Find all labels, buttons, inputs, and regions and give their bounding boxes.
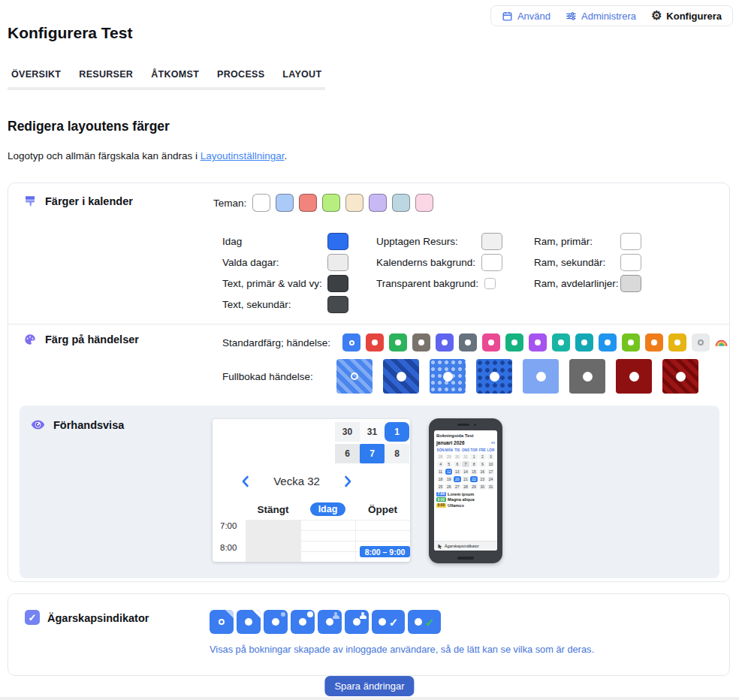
nav-item-label: Administrera <box>581 11 636 22</box>
color-field-label: Ram, avdelarlinjer: <box>534 278 619 289</box>
event-color-swatch[interactable] <box>389 333 407 352</box>
rainbow-icon[interactable] <box>715 338 728 348</box>
theme-swatch[interactable] <box>392 194 410 212</box>
selection-dot <box>676 372 686 382</box>
selection-dot <box>628 339 634 345</box>
phone-day: 18 <box>437 476 445 483</box>
event-color-swatch[interactable] <box>342 333 360 352</box>
ownership-option[interactable] <box>237 610 261 634</box>
chevron-right-icon[interactable] <box>344 475 352 487</box>
gear-icon: ⚙ <box>651 10 662 22</box>
ownership-option[interactable] <box>345 610 369 634</box>
color-swatch[interactable] <box>481 233 502 250</box>
color-swatch[interactable] <box>327 254 348 271</box>
phone-day: 11 <box>437 469 445 475</box>
event-color-swatch[interactable] <box>599 333 617 352</box>
event-color-swatch[interactable] <box>575 333 593 352</box>
color-swatch[interactable] <box>620 275 641 292</box>
selection-dot <box>443 372 453 382</box>
fullbooked-swatch[interactable] <box>523 359 559 394</box>
fullbooked-swatch[interactable] <box>476 359 512 394</box>
event-color-swatch[interactable] <box>529 333 547 352</box>
tab-oversikt[interactable]: ÖVERSIKT <box>11 69 61 80</box>
fullbooked-row <box>336 359 698 394</box>
field-column: Ram, primär:Ram, sekundär:Ram, avdelarli… <box>534 231 641 294</box>
check-icon: ✓ <box>425 617 435 628</box>
color-field: Transparent bakgrund: <box>376 273 502 294</box>
color-field-label: Text, primär & vald vy: <box>222 278 322 289</box>
selection-dot <box>490 372 499 382</box>
ownership-option[interactable]: ✓ <box>408 610 441 634</box>
phone-day: 9 <box>479 461 487 468</box>
color-swatch[interactable] <box>327 296 348 313</box>
event-color-swatch[interactable] <box>366 333 384 352</box>
standard-color-section: Standardfärg; händelse: <box>222 333 728 352</box>
nav-item-administrera[interactable]: Administrera <box>566 11 636 22</box>
phone-day: 31 <box>487 484 495 490</box>
fullbooked-swatch[interactable] <box>430 359 466 394</box>
color-field-label: Text, sekundär: <box>222 299 291 310</box>
tab-atkomst[interactable]: ÅTKOMST <box>151 69 199 80</box>
event-time-chip: 9:00 <box>436 503 446 508</box>
nav-item-anvand[interactable]: Använd <box>502 11 550 22</box>
save-button[interactable]: Spara ändringar <box>324 676 414 696</box>
tab-process[interactable]: PROCESS <box>217 69 264 80</box>
theme-swatch[interactable] <box>322 194 340 212</box>
theme-swatch[interactable] <box>369 194 387 212</box>
tab-layout[interactable]: LAYOUT <box>282 69 321 80</box>
fullbooked-swatch[interactable] <box>383 359 419 394</box>
event-color-swatch[interactable] <box>552 333 570 352</box>
phone-day: 27 <box>454 484 461 490</box>
chevron-left-icon[interactable] <box>241 475 249 487</box>
layout-settings-link[interactable]: Layoutinställningar <box>201 150 285 161</box>
event-time-chip: 8:00 <box>436 497 446 502</box>
event-color-swatch[interactable] <box>436 333 454 352</box>
ownership-option[interactable]: ✓ <box>372 610 405 634</box>
color-swatch[interactable] <box>620 233 641 250</box>
theme-swatch[interactable] <box>276 194 294 212</box>
ownership-option[interactable] <box>318 610 342 634</box>
transparent-checkbox[interactable] <box>484 278 496 289</box>
selection-dot <box>536 372 546 382</box>
theme-swatch[interactable] <box>299 194 317 212</box>
phone-day-header: ONS <box>461 448 469 452</box>
ownership-option[interactable] <box>264 610 288 634</box>
fullbooked-swatch[interactable] <box>662 359 698 394</box>
event-color-swatch[interactable] <box>668 333 686 352</box>
ownership-option[interactable] <box>210 610 234 634</box>
event-color-swatch[interactable] <box>692 333 710 352</box>
phone-day: 23 <box>479 476 487 483</box>
calendar-colors-header: Färger i kalender <box>23 195 133 208</box>
phone-day: 22 <box>470 476 478 483</box>
phone-day: 24 <box>487 476 495 483</box>
nav-item-konfigurera[interactable]: ⚙ Konfigurera <box>651 10 722 22</box>
fullbooked-swatch[interactable] <box>569 359 605 394</box>
event-color-swatch[interactable] <box>482 333 500 352</box>
phone-day-header: FRE <box>478 448 487 452</box>
color-field: Ram, avdelarlinjer: <box>534 273 641 294</box>
fullbooked-swatch[interactable] <box>616 359 652 394</box>
theme-swatch[interactable] <box>415 194 433 212</box>
color-swatch[interactable] <box>327 233 348 250</box>
check-icon: ✓ <box>29 612 37 623</box>
selection-dot <box>326 618 333 626</box>
event-colors-header: Färg på händelser <box>23 333 139 346</box>
ownership-checkbox[interactable]: ✓ <box>25 610 40 625</box>
ownership-option[interactable] <box>291 610 315 634</box>
nav-item-label: Konfigurera <box>666 11 722 22</box>
theme-swatch[interactable] <box>345 194 363 212</box>
color-swatch[interactable] <box>620 254 641 271</box>
color-swatch[interactable] <box>327 275 348 292</box>
color-swatch[interactable] <box>481 254 502 271</box>
event-color-swatch[interactable] <box>459 333 477 352</box>
theme-swatch[interactable] <box>252 194 270 212</box>
event-color-swatch[interactable] <box>622 333 640 352</box>
today-pill[interactable]: Idag <box>310 502 346 516</box>
event-color-swatch[interactable] <box>412 333 430 352</box>
mini-day: 30 <box>335 422 360 442</box>
event-color-swatch[interactable] <box>505 333 523 352</box>
event-color-swatch[interactable] <box>645 333 663 352</box>
mini-day: 7 <box>360 444 385 463</box>
fullbooked-swatch[interactable] <box>336 359 373 394</box>
tab-resurser[interactable]: RESURSER <box>79 69 133 80</box>
